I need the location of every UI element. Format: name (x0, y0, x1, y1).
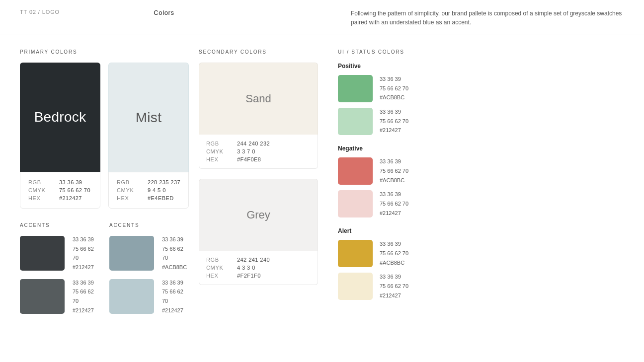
accent-dark-info-1: 33 36 39 75 66 62 70 #212427 (73, 235, 99, 272)
negative-item-1: 33 36 39 75 66 62 70 #ACB8BC (338, 157, 624, 185)
bedrock-cmyk: 75 66 62 70 (59, 187, 90, 193)
accent-dark-cmyk-2: 75 66 62 70 (73, 287, 99, 305)
grey-swatch: Grey (199, 179, 318, 251)
primary-colors-label: PRIMARY COLORS (20, 49, 189, 55)
secondary-colors-section: SECONDARY COLORS Sand RGB 244 240 232 CM… (199, 49, 318, 321)
mist-rgb-row: RGB 228 235 237 (117, 179, 180, 185)
sand-rgb: 244 240 232 (237, 141, 270, 146)
sand-hex-row: HEX #F4F0E8 (206, 156, 311, 162)
sand-cmyk-row: CMYK 3 3 7 0 (206, 148, 311, 154)
sand-swatch: Sand (199, 63, 318, 135)
breadcrumb-text: TT 02 / LOGO (20, 9, 60, 15)
bedrock-name: Bedrock (34, 109, 86, 125)
positive-item-1: 33 36 39 75 66 62 70 #ACB8BC (338, 74, 624, 102)
mist-swatch-col: Mist RGB 228 235 237 CMYK 9 4 5 0 HEX #E… (108, 63, 189, 222)
bedrock-rgb: 33 36 39 (59, 179, 82, 185)
accents-light-label: ACCENTS (109, 222, 189, 228)
alert-group: Alert 33 36 39 75 66 62 70 #ACB8BC 33 36… (338, 227, 624, 300)
header: TT 02 / LOGO Colors Following the patter… (0, 0, 644, 34)
alert-info-2: 33 36 39 75 66 62 70 #212427 (380, 272, 408, 300)
grey-name: Grey (246, 209, 270, 221)
alert-label: Alert (338, 227, 624, 234)
sand-swatch-wrapper: Sand RGB 244 240 232 CMYK 3 3 7 0 HEX #F… (199, 63, 318, 169)
primary-colors-section: PRIMARY COLORS Bedrock RGB 33 36 39 CMYK… (20, 49, 189, 321)
alert-hex-1: #ACB8BC (380, 258, 408, 268)
negative-info-1: 33 36 39 75 66 62 70 #ACB8BC (380, 157, 408, 185)
bedrock-hex: #212427 (59, 195, 82, 201)
accents-light-col: ACCENTS 33 36 39 75 66 62 70 #ACB8BC 33 … (109, 222, 189, 321)
grey-hex-row: HEX #F2F1F0 (206, 273, 311, 279)
positive-hex-2: #212427 (380, 126, 408, 135)
accent-light-rgb-2: 33 36 39 (162, 278, 189, 288)
grey-swatch-wrapper: Grey RGB 242 241 240 CMYK 4 3 3 0 HEX #F… (199, 179, 318, 285)
breadcrumb: TT 02 / LOGO (20, 9, 119, 15)
negative-swatch-2 (338, 190, 373, 217)
sand-cmyk: 3 3 7 0 (237, 148, 255, 154)
accents-row: ACCENTS 33 36 39 75 66 62 70 #212427 33 … (20, 222, 189, 321)
header-divider (0, 34, 644, 34)
accent-dark-hex-2: #212427 (73, 306, 99, 315)
rgb-label-mist: RGB (117, 179, 136, 185)
grey-info: RGB 242 241 240 CMYK 4 3 3 0 HEX #F2F1F0 (199, 251, 318, 285)
accent-light-rgb-1: 33 36 39 (162, 235, 189, 244)
accent-light-2: 33 36 39 75 66 62 70 #212427 (109, 278, 189, 315)
status-colors-label: UI / STATUS COLORS (338, 49, 624, 55)
mist-name: Mist (136, 110, 161, 126)
accent-dark-swatch-1 (20, 236, 65, 271)
negative-item-2: 33 36 39 75 66 62 70 #212427 (338, 190, 624, 217)
alert-swatch-2 (338, 273, 373, 300)
accent-dark-2: 33 36 39 75 66 62 70 #212427 (20, 278, 99, 315)
accent-dark-cmyk-1: 75 66 62 70 (73, 244, 99, 263)
mist-cmyk-row: CMYK 9 4 5 0 (117, 187, 180, 193)
accent-dark-rgb-2: 33 36 39 (73, 278, 99, 288)
cmyk-label-mist: CMYK (117, 187, 136, 193)
bedrock-hex-row: HEX #212427 (28, 195, 92, 201)
accent-light-swatch-2 (109, 279, 154, 314)
alert-rgb-1: 33 36 39 (380, 239, 408, 249)
accent-dark-rgb-1: 33 36 39 (73, 235, 99, 244)
bedrock-swatch: Bedrock (20, 63, 100, 172)
positive-swatch-1 (338, 75, 373, 102)
rgb-label: RGB (28, 179, 47, 185)
negative-group: Negative 33 36 39 75 66 62 70 #ACB8BC 33… (338, 145, 624, 217)
accent-dark-info-2: 33 36 39 75 66 62 70 #212427 (73, 278, 99, 315)
negative-hex-1: #ACB8BC (380, 176, 408, 185)
negative-hex-2: #212427 (380, 209, 408, 218)
positive-label: Positive (338, 63, 624, 70)
positive-cmyk-2: 75 66 62 70 (380, 117, 408, 126)
accents-dark-col: ACCENTS 33 36 39 75 66 62 70 #212427 33 … (20, 222, 99, 321)
mist-info: RGB 228 235 237 CMYK 9 4 5 0 HEX #E4EBED (108, 172, 189, 209)
grey-rgb: 242 241 240 (237, 257, 270, 263)
bedrock-cmyk-row: CMYK 75 66 62 70 (28, 187, 92, 193)
negative-cmyk-1: 75 66 62 70 (380, 166, 408, 176)
bedrock-rgb-row: RGB 33 36 39 (28, 179, 92, 185)
mist-cmyk: 9 4 5 0 (148, 187, 166, 193)
alert-swatch-1 (338, 240, 373, 267)
alert-info-1: 33 36 39 75 66 62 70 #ACB8BC (380, 239, 408, 267)
accent-light-hex-1: #ACB8BC (162, 263, 189, 272)
positive-group: Positive 33 36 39 75 66 62 70 #ACB8BC 33… (338, 63, 624, 135)
negative-rgb-2: 33 36 39 (380, 190, 408, 199)
positive-rgb-1: 33 36 39 (380, 74, 408, 84)
positive-info-1: 33 36 39 75 66 62 70 #ACB8BC (380, 74, 408, 102)
alert-hex-2: #212427 (380, 291, 408, 300)
positive-hex-1: #ACB8BC (380, 93, 408, 102)
cmyk-label: CMYK (28, 187, 47, 193)
alert-cmyk-1: 75 66 62 70 (380, 249, 408, 258)
alert-cmyk-2: 75 66 62 70 (380, 282, 408, 291)
positive-cmyk-1: 75 66 62 70 (380, 84, 408, 93)
negative-label: Negative (338, 145, 624, 152)
main-content: PRIMARY COLORS Bedrock RGB 33 36 39 CMYK… (0, 49, 644, 321)
alert-rgb-2: 33 36 39 (380, 272, 408, 282)
mist-rgb: 228 235 237 (148, 179, 180, 185)
sand-info: RGB 244 240 232 CMYK 3 3 7 0 HEX #F4F0E8 (199, 135, 318, 169)
negative-cmyk-2: 75 66 62 70 (380, 199, 408, 209)
mist-swatch: Mist (108, 63, 189, 172)
sand-name: Sand (245, 92, 271, 105)
grey-rgb-row: RGB 242 241 240 (206, 257, 311, 263)
hex-label-mist: HEX (117, 195, 136, 201)
accent-light-hex-2: #212427 (162, 306, 189, 315)
accent-dark-swatch-2 (20, 279, 65, 314)
negative-swatch-1 (338, 157, 373, 185)
negative-info-2: 33 36 39 75 66 62 70 #212427 (380, 190, 408, 217)
